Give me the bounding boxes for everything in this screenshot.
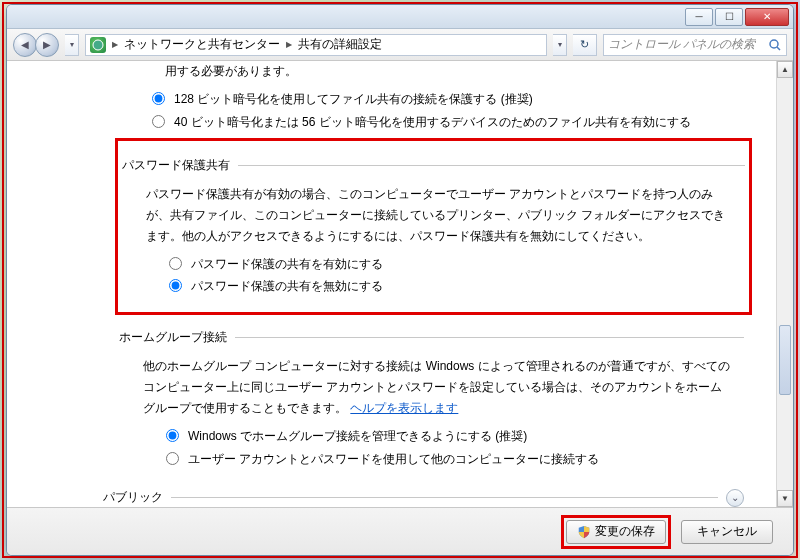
expand-icon[interactable]: ⌄ — [726, 489, 744, 507]
breadcrumb-sep: ▶ — [112, 40, 118, 49]
group-header-password: パスワード保護共有 — [122, 157, 745, 174]
group-header-homegroup: ホームグループ接続 — [119, 329, 744, 346]
close-button[interactable]: ✕ — [745, 8, 789, 26]
address-dropdown[interactable]: ▾ — [553, 34, 567, 56]
radio-input[interactable] — [169, 257, 182, 270]
title-bar: ─ ☐ ✕ — [7, 5, 793, 29]
search-placeholder: コントロール パネルの検索 — [608, 36, 755, 53]
truncated-text: 用する必要があります。 — [129, 63, 764, 80]
radio-input[interactable] — [166, 429, 179, 442]
group-title: パスワード保護共有 — [122, 157, 230, 174]
maximize-icon: ☐ — [725, 11, 734, 22]
radio-homegroup-windows[interactable]: Windows でホームグループ接続を管理できるようにする (推奨) — [143, 425, 734, 448]
password-description: パスワード保護共有が有効の場合、このコンピューターでユーザー アカウントとパスワ… — [146, 184, 735, 247]
network-center-icon — [90, 37, 106, 53]
address-bar[interactable]: ▶ ネットワークと共有センター ▶ 共有の詳細設定 — [85, 34, 547, 56]
search-icon — [768, 38, 782, 52]
content-area: 用する必要があります。 128 ビット暗号化を使用してファイル共有の接続を保護す… — [7, 61, 793, 507]
group-body-password: パスワード保護共有が有効の場合、このコンピューターでユーザー アカウントとパスワ… — [122, 180, 745, 303]
scroll-thumb[interactable] — [779, 325, 791, 395]
minimize-icon: ─ — [695, 11, 702, 22]
radio-password-off[interactable]: パスワード保護の共有を無効にする — [146, 275, 735, 298]
maximize-button[interactable]: ☐ — [715, 8, 743, 26]
save-button-label: 変更の保存 — [595, 523, 655, 540]
back-forward-group: ◀ ▶ — [13, 33, 59, 57]
footer-bar: 変更の保存 キャンセル — [7, 507, 793, 555]
refresh-button[interactable]: ↻ — [573, 34, 597, 56]
scroll-down-button[interactable]: ▼ — [777, 490, 793, 507]
scroll-pane: 用する必要があります。 128 ビット暗号化を使用してファイル共有の接続を保護す… — [7, 61, 776, 507]
radio-label: パスワード保護の共有を無効にする — [191, 275, 383, 298]
close-icon: ✕ — [763, 11, 771, 22]
radio-label: パスワード保護の共有を有効にする — [191, 253, 383, 276]
radio-homegroup-account[interactable]: ユーザー アカウントとパスワードを使用して他のコンピューターに接続する — [143, 448, 734, 471]
save-changes-button[interactable]: 変更の保存 — [566, 520, 666, 544]
svg-point-0 — [93, 40, 103, 50]
forward-button[interactable]: ▶ — [35, 33, 59, 57]
radio-encryption-128[interactable]: 128 ビット暗号化を使用してファイル共有の接続を保護する (推奨) — [129, 88, 764, 111]
help-link[interactable]: ヘルプを表示します — [350, 401, 458, 415]
window-frame: ─ ☐ ✕ ◀ ▶ ▾ ▶ ネットワークと共有センター ▶ 共有の詳細設定 ▾ … — [6, 4, 794, 556]
radio-label: Windows でホームグループ接続を管理できるようにする (推奨) — [188, 425, 527, 448]
save-button-highlight: 変更の保存 — [561, 515, 671, 549]
radio-encryption-40-56[interactable]: 40 ビット暗号化または 56 ビット暗号化を使用するデバイスのためのファイル共… — [129, 111, 764, 134]
back-button[interactable]: ◀ — [13, 33, 37, 57]
nav-bar: ◀ ▶ ▾ ▶ ネットワークと共有センター ▶ 共有の詳細設定 ▾ ↻ コントロ… — [7, 29, 793, 61]
search-input[interactable]: コントロール パネルの検索 — [603, 34, 787, 56]
group-title: パブリック — [103, 489, 163, 506]
radio-input[interactable] — [152, 115, 165, 128]
uac-shield-icon — [577, 525, 591, 539]
radio-label: 40 ビット暗号化または 56 ビット暗号化を使用するデバイスのためのファイル共… — [174, 111, 691, 134]
scroll-up-button[interactable]: ▲ — [777, 61, 793, 78]
radio-input[interactable] — [169, 279, 182, 292]
svg-point-1 — [770, 40, 778, 48]
radio-label: ユーザー アカウントとパスワードを使用して他のコンピューターに接続する — [188, 448, 599, 471]
cancel-button-label: キャンセル — [697, 523, 757, 540]
breadcrumb-1[interactable]: ネットワークと共有センター — [124, 36, 280, 53]
history-dropdown[interactable]: ▾ — [65, 34, 79, 56]
radio-input[interactable] — [152, 92, 165, 105]
breadcrumb-2[interactable]: 共有の詳細設定 — [298, 36, 382, 53]
scroll-track[interactable] — [777, 78, 793, 490]
divider — [171, 497, 718, 498]
cancel-button[interactable]: キャンセル — [681, 520, 773, 544]
radio-label: 128 ビット暗号化を使用してファイル共有の接続を保護する (推奨) — [174, 88, 533, 111]
divider — [238, 165, 745, 166]
minimize-button[interactable]: ─ — [685, 8, 713, 26]
group-body-homegroup: 他のホームグループ コンピューターに対する接続は Windows によって管理さ… — [119, 352, 744, 475]
divider — [235, 337, 744, 338]
radio-password-on[interactable]: パスワード保護の共有を有効にする — [146, 253, 735, 276]
vertical-scrollbar[interactable]: ▲ ▼ — [776, 61, 793, 507]
password-sharing-highlight: パスワード保護共有 パスワード保護共有が有効の場合、このコンピューターでユーザー… — [115, 138, 752, 316]
group-title: ホームグループ接続 — [119, 329, 227, 346]
radio-input[interactable] — [166, 452, 179, 465]
breadcrumb-sep: ▶ — [286, 40, 292, 49]
group-header-public[interactable]: パブリック ⌄ — [103, 489, 744, 507]
svg-line-2 — [777, 47, 780, 50]
